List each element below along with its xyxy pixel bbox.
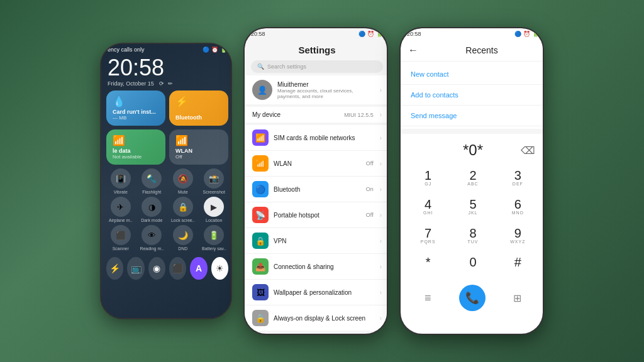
settings-screen: 20:58 🔵 ⏰ 🔋 Settings 🔍 Search settings 👤… bbox=[245, 28, 388, 335]
settings-hotspot-item[interactable]: 📡 Portable hotspot Off › bbox=[245, 202, 388, 228]
sim-icon: 📶 bbox=[252, 129, 269, 146]
dial-key-3[interactable]: 3 DEF bbox=[496, 164, 540, 193]
alarm-status-icon: ⏰ bbox=[367, 31, 374, 37]
phone-control-center: ency calls only 🔵 ⏰ 🔋 20:58 Friday, Octo… bbox=[100, 43, 232, 319]
quick-reading[interactable]: 👁 Reading m.. bbox=[138, 225, 167, 251]
edit-icon: ✏ bbox=[168, 80, 173, 87]
vpn-arrow: › bbox=[380, 238, 382, 244]
quick-mute[interactable]: 🔕 Mute bbox=[169, 168, 197, 194]
dial-key-8[interactable]: 8 TUV bbox=[450, 222, 495, 251]
dial-key-6[interactable]: 6 MNO bbox=[496, 193, 540, 222]
dial-key-hash[interactable]: # bbox=[496, 251, 540, 280]
dialer-bottom-row: ≡ 📞 ⊞ bbox=[401, 281, 544, 315]
add-contacts-action[interactable]: Add to contacts bbox=[401, 85, 544, 106]
quick-darkmode[interactable]: ◑ Dark mode bbox=[138, 197, 167, 222]
dial-alpha-2: ABC bbox=[467, 182, 478, 188]
menu-icon[interactable]: ≡ bbox=[425, 292, 431, 305]
call-button[interactable]: 📞 bbox=[459, 285, 486, 311]
keypad-icon[interactable]: ⊞ bbox=[513, 292, 521, 304]
dial-key-5[interactable]: 5 JKL bbox=[450, 193, 495, 222]
tile-mobile-data[interactable]: 📶 le data Not available bbox=[106, 129, 165, 165]
dial-alpha-7: PQRS bbox=[421, 239, 436, 246]
tile-wlan[interactable]: 📶 WLAN Off bbox=[169, 129, 228, 165]
location-label: Location bbox=[206, 218, 222, 222]
reading-label: Reading m.. bbox=[140, 246, 164, 251]
settings-wallpaper-item[interactable]: 🖼 Wallpaper & personalization › bbox=[245, 280, 388, 305]
hotspot-label: Portable hotspot bbox=[274, 212, 361, 219]
user-sub: Manage accounts, cloud services, payment… bbox=[277, 88, 375, 99]
settings-wlan-item[interactable]: 📶 WLAN Off › bbox=[245, 151, 388, 177]
send-message-action[interactable]: Send message bbox=[401, 106, 544, 126]
battery-status-icon: 🔋 bbox=[376, 31, 383, 37]
bt-text: Bluetooth bbox=[274, 186, 361, 193]
dial-num-6: 6 bbox=[514, 198, 521, 211]
tile-water[interactable]: 💧 Card run't inst... — MB bbox=[106, 90, 165, 126]
settings-user-item[interactable]: 👤 Miuithemer Manage accounts, cloud serv… bbox=[245, 75, 388, 104]
tile-water-label: Card run't inst... bbox=[113, 109, 159, 115]
wallpaper-label: Wallpaper & personalization bbox=[274, 289, 375, 296]
settings-sharing-item[interactable]: 📤 Connection & sharing › bbox=[245, 254, 388, 280]
bt-label: Bluetooth bbox=[274, 186, 361, 193]
app-button[interactable]: A bbox=[190, 257, 207, 280]
bolt-button[interactable]: ⚡ bbox=[106, 257, 123, 280]
wallpaper-arrow: › bbox=[380, 289, 382, 296]
settings-bluetooth-item[interactable]: 🔵 Bluetooth On › bbox=[245, 177, 388, 202]
screenshot-label: Screenshot bbox=[203, 190, 225, 194]
battery-status-3: 🔋 bbox=[532, 31, 539, 37]
screen-cast-button[interactable]: ⬛ bbox=[169, 257, 186, 280]
battery-icon: 🔋 bbox=[220, 47, 227, 53]
settings-vpn-item[interactable]: 🔒 VPN › bbox=[245, 228, 388, 254]
quick-vibrate[interactable]: 📳 Vibrate bbox=[106, 168, 135, 194]
mute-icon: 🔕 bbox=[173, 168, 193, 189]
status-bar-3: 20:58 🔵 ⏰ 🔋 bbox=[401, 28, 544, 40]
brightness-button[interactable]: ☀ bbox=[211, 257, 228, 280]
dial-alpha-8: TUV bbox=[467, 239, 478, 246]
dial-alpha-4: GHI bbox=[423, 211, 433, 217]
settings-device-item[interactable]: My device MIUI 12.5.5 › bbox=[245, 107, 388, 123]
quick-battery[interactable]: 🔋 Battery sav.. bbox=[200, 225, 229, 251]
dial-key-star[interactable]: * bbox=[406, 251, 450, 280]
vpn-label: VPN bbox=[274, 238, 375, 244]
quick-location[interactable]: ▶ Location bbox=[200, 197, 229, 222]
quick-flashlight[interactable]: 🔦 Flashlight bbox=[138, 168, 167, 194]
dial-num-star: * bbox=[426, 256, 431, 268]
sharing-arrow: › bbox=[380, 263, 382, 270]
phone-recents: 20:58 🔵 ⏰ 🔋 ← Recents New contact Add to… bbox=[399, 27, 544, 335]
dial-key-0[interactable]: 0 bbox=[450, 251, 495, 280]
device-value: MIUI 12.5.5 bbox=[344, 112, 374, 118]
tile-bt-label: Bluetooth bbox=[175, 114, 222, 121]
dial-key-2[interactable]: 2 ABC bbox=[450, 164, 495, 193]
quick-scanner[interactable]: ⬛ Scanner bbox=[106, 225, 135, 251]
settings-display-item[interactable]: 🔒 Always-on display & Lock screen › bbox=[245, 305, 388, 331]
sharing-label: Connection & sharing bbox=[274, 263, 375, 270]
eye-button[interactable]: ◉ bbox=[148, 257, 165, 280]
tv-button[interactable]: 📺 bbox=[127, 257, 144, 280]
tile-wlan-label: WLAN bbox=[175, 148, 222, 154]
new-contact-action[interactable]: New contact bbox=[401, 64, 544, 85]
back-button[interactable]: ← bbox=[408, 45, 418, 56]
darkmode-icon: ◑ bbox=[142, 197, 162, 217]
delete-button[interactable]: ⌫ bbox=[521, 145, 535, 156]
bt-status-icon: 🔵 bbox=[358, 31, 365, 37]
device-arrow: › bbox=[380, 111, 382, 118]
dial-key-7[interactable]: 7 PQRS bbox=[406, 222, 450, 251]
status-bar-2: 20:58 🔵 ⏰ 🔋 bbox=[245, 28, 388, 40]
settings-title: Settings bbox=[245, 40, 388, 58]
dial-key-4[interactable]: 4 GHI bbox=[406, 193, 450, 222]
quick-dnd[interactable]: 🌙 DND bbox=[169, 225, 197, 251]
sim-arrow: › bbox=[380, 134, 382, 141]
settings-sim-item[interactable]: 📶 SIM cards & mobile networks › bbox=[245, 125, 388, 151]
status-time-2: 20:58 bbox=[251, 31, 265, 37]
wlan-label: WLAN bbox=[274, 160, 361, 167]
dial-key-9[interactable]: 9 WXYZ bbox=[496, 222, 540, 251]
quick-airplane[interactable]: ✈ Airplane m.. bbox=[106, 197, 135, 222]
tile-bluetooth[interactable]: ⚡ Bluetooth bbox=[169, 90, 228, 126]
settings-search[interactable]: 🔍 Search settings bbox=[251, 60, 383, 73]
dial-key-1[interactable]: 1 GJ bbox=[406, 164, 450, 193]
status-bar-1: ency calls only 🔵 ⏰ 🔋 bbox=[101, 44, 232, 55]
bt-icon: ⚡ bbox=[175, 96, 222, 107]
quick-lock[interactable]: 🔒 Lock scree.. bbox=[169, 197, 197, 222]
quick-screenshot[interactable]: 📸 Screenshot bbox=[200, 168, 229, 194]
dial-num-9: 9 bbox=[514, 227, 521, 239]
dial-num-2: 2 bbox=[469, 169, 476, 182]
